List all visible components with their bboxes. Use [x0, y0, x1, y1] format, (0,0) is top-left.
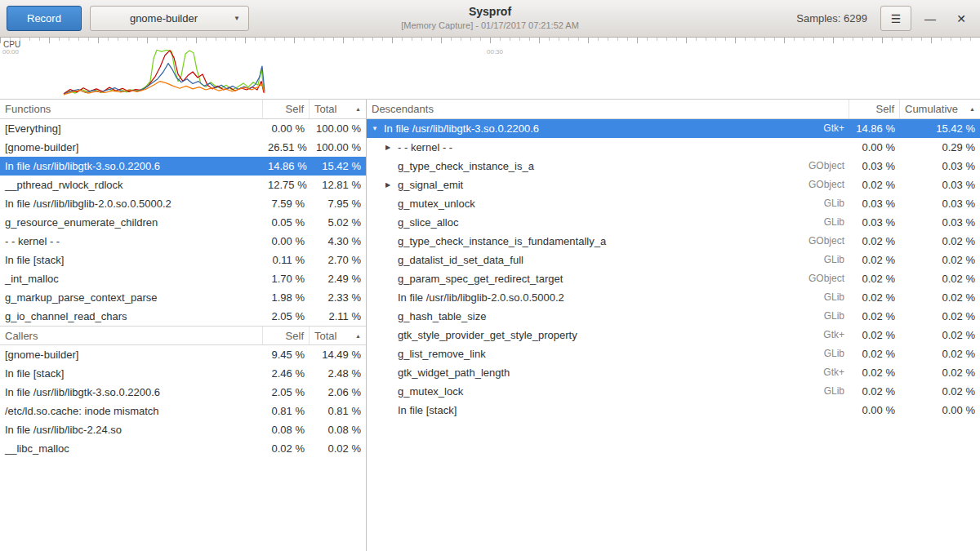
table-row[interactable]: g_hash_table_sizeGLib0.02 %0.02 % [367, 307, 980, 326]
header-bar: Record gnome-builder ▼ Sysprof [Memory C… [0, 0, 980, 38]
descendants-header-row: Descendants Self Cumulative ▲ [367, 100, 980, 119]
table-row[interactable]: g_slice_allocGLib0.03 %0.03 % [367, 213, 980, 232]
process-selector-dropdown[interactable]: gnome-builder ▼ [90, 6, 249, 31]
library-badge: GLib [816, 194, 844, 213]
self-value: 0.02 % [849, 232, 900, 251]
left-panel: Functions Self Total ▲ [Everything]0.00 … [0, 100, 366, 551]
column-header-total[interactable]: Total ▲ [310, 100, 366, 118]
self-value: 14.86 % [849, 119, 900, 138]
header-right-cluster: Samples: 6299 ☰ — ✕ [796, 6, 973, 31]
table-row[interactable]: In file /usr/lib/libgtk-3.so.0.2200.614.… [0, 157, 366, 176]
tree-expander-icon[interactable]: ▼ [372, 119, 384, 138]
tree-expander-icon[interactable]: ▶ [385, 138, 398, 157]
total-value: 2.70 % [310, 251, 366, 269]
function-name-cell: gtk_widget_path_lengthGtk+ [367, 363, 849, 382]
table-row[interactable]: /etc/ld.so.cache: inode mismatch0.81 %0.… [0, 402, 366, 420]
function-name-cell: ▼In file /usr/lib/libgtk-3.so.0.2200.6Gt… [367, 119, 849, 138]
cumulative-value: 0.29 % [900, 138, 980, 157]
table-row[interactable]: - - kernel - -0.00 %4.30 % [0, 232, 366, 251]
app-title: Sysprof [401, 5, 579, 18]
minimize-button[interactable]: — [918, 7, 942, 31]
self-value: 0.02 % [849, 307, 900, 326]
table-row[interactable]: __pthread_rwlock_rdlock12.75 %12.81 % [0, 176, 366, 194]
table-row[interactable]: In file /usr/lib/libc-2.24.so0.08 %0.08 … [0, 420, 366, 439]
total-value: 2.48 % [310, 364, 366, 383]
column-header-self[interactable]: Self [263, 327, 310, 344]
tree-indent [372, 335, 385, 335]
tree-indent [372, 166, 385, 167]
function-name: g_param_spec_get_redirect_target [398, 269, 563, 288]
table-row[interactable]: gtk_style_provider_get_style_propertyGtk… [367, 326, 980, 344]
cumulative-value: 0.02 % [900, 251, 980, 269]
tree-expander-icon[interactable]: ▶ [385, 176, 398, 194]
tree-indent [372, 222, 385, 223]
table-row[interactable]: In file [stack]2.46 %2.48 % [0, 364, 366, 383]
chevron-down-icon: ▼ [234, 15, 240, 22]
table-row[interactable]: ▶g_signal_emitGObject0.02 %0.03 % [367, 176, 980, 194]
table-row[interactable]: In file [stack]0.11 %2.70 % [0, 251, 366, 269]
function-name: g_type_check_instance_is_a [398, 157, 534, 176]
table-row[interactable]: In file /usr/lib/libglib-2.0.so.0.5000.2… [367, 288, 980, 307]
total-value: 2.33 % [310, 288, 366, 307]
table-row[interactable]: g_mutex_unlockGLib0.03 %0.03 % [367, 194, 980, 213]
column-header-cumulative[interactable]: Cumulative ▲ [900, 100, 980, 118]
function-name-cell: In file /usr/lib/libglib-2.0.so.0.5000.2 [0, 194, 263, 213]
tree-indent [372, 278, 385, 279]
table-row[interactable]: g_io_channel_read_chars2.05 %2.11 % [0, 307, 366, 326]
table-row[interactable]: g_type_check_instance_is_fundamentally_a… [367, 232, 980, 251]
window-title-area: Sysprof [Memory Capture] - 01/17/2017 07… [401, 5, 579, 30]
column-header-self[interactable]: Self [263, 100, 310, 118]
close-button[interactable]: ✕ [949, 7, 973, 31]
table-row[interactable]: ▼In file /usr/lib/libgtk-3.so.0.2200.6Gt… [367, 119, 980, 138]
function-name-cell: g_slice_allocGLib [367, 213, 849, 232]
cpu-graph-panel[interactable]: CPU 00:00 00:30 [0, 38, 980, 100]
table-row[interactable]: [gnome-builder]9.45 %14.49 % [0, 345, 366, 364]
menu-button[interactable]: ☰ [880, 6, 911, 31]
table-row[interactable]: __libc_malloc0.02 %0.02 % [0, 439, 366, 458]
table-row[interactable]: g_param_spec_get_redirect_targetGObject0… [367, 269, 980, 288]
self-value: 0.05 % [263, 213, 310, 232]
self-value: 1.70 % [263, 269, 310, 288]
table-row[interactable]: g_type_check_instance_is_aGObject0.03 %0… [367, 157, 980, 176]
total-value: 100.00 % [310, 138, 366, 157]
function-name: - - kernel - - [398, 138, 452, 157]
descendants-rows: ▼In file /usr/lib/libgtk-3.so.0.2200.6Gt… [367, 119, 980, 420]
table-row[interactable]: [gnome-builder]26.51 %100.00 % [0, 138, 366, 157]
library-badge: Gtk+ [815, 326, 844, 344]
column-header-functions[interactable]: Functions [0, 100, 263, 118]
table-row[interactable]: g_resource_enumerate_children0.05 %5.02 … [0, 213, 366, 232]
descendants-panel: Descendants Self Cumulative ▲ ▼In file /… [367, 100, 980, 551]
column-header-callers[interactable]: Callers [0, 327, 263, 344]
total-value: 4.30 % [310, 232, 366, 251]
library-badge: GLib [816, 213, 844, 232]
tree-indent [372, 297, 385, 298]
sort-indicator-icon: ▲ [355, 100, 361, 118]
function-name: In file /usr/lib/libgtk-3.so.0.2200.6 [384, 119, 539, 138]
table-row[interactable]: In file [stack]0.00 %0.00 % [367, 401, 980, 420]
table-row[interactable]: g_list_remove_linkGLib0.02 %0.02 % [367, 344, 980, 363]
column-header-total[interactable]: Total ▲ [310, 327, 366, 344]
column-header-self[interactable]: Self [849, 100, 900, 118]
table-row[interactable]: ▶- - kernel - -0.00 %0.29 % [367, 138, 980, 157]
self-value: 7.59 % [263, 194, 310, 213]
tree-indent [372, 260, 385, 260]
cpu-chart-svg [0, 38, 980, 100]
column-header-descendants[interactable]: Descendants [367, 100, 849, 118]
function-name-cell: _int_malloc [0, 269, 263, 288]
tree-indent [372, 316, 385, 317]
table-row[interactable]: _int_malloc1.70 %2.49 % [0, 269, 366, 288]
table-row[interactable]: g_datalist_id_set_data_fullGLib0.02 %0.0… [367, 251, 980, 269]
table-row[interactable]: g_mutex_lockGLib0.02 %0.02 % [367, 382, 980, 401]
table-row[interactable]: In file /usr/lib/libglib-2.0.so.0.5000.2… [0, 194, 366, 213]
total-value: 5.02 % [310, 213, 366, 232]
table-row[interactable]: gtk_widget_path_lengthGtk+0.02 %0.02 % [367, 363, 980, 382]
record-button[interactable]: Record [7, 6, 82, 31]
self-value: 2.05 % [263, 383, 310, 402]
table-row[interactable]: [Everything]0.00 %100.00 % [0, 119, 366, 138]
table-row[interactable]: In file /usr/lib/libgtk-3.so.0.2200.62.0… [0, 383, 366, 402]
function-name: gtk_style_provider_get_style_property [398, 326, 577, 344]
table-row[interactable]: g_markup_parse_context_parse1.98 %2.33 % [0, 288, 366, 307]
self-value: 0.00 % [849, 401, 900, 420]
column-header-total-label: Total [314, 327, 336, 345]
self-value: 0.00 % [849, 138, 900, 157]
